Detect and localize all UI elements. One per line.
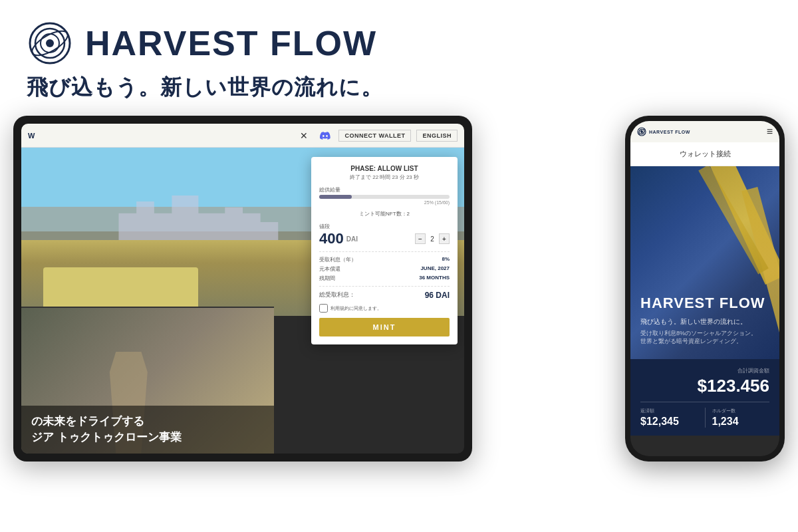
nft-count-label: ミント可能NFT数：2	[319, 210, 450, 217]
duration-value: 36 MONTHS	[419, 275, 450, 282]
vehicle-shape	[43, 267, 198, 313]
total-label: 総受取利息：	[319, 291, 355, 300]
svg-point-3	[46, 39, 54, 47]
tablet-navbar: W ✕ CONNECT WALLET ENGLISH	[21, 124, 464, 148]
supply-label: 総供給量	[319, 186, 450, 194]
agree-row: 利用規約に同意します。	[319, 304, 450, 313]
mint-countdown: 終了まで 22 時間 23 分 23 秒	[319, 174, 450, 181]
connect-wallet-button[interactable]: CONNECT WALLET	[338, 130, 411, 142]
total-fund-value: $123.456	[640, 376, 769, 396]
supply-percent: 25% (15/60)	[319, 200, 450, 205]
divider-2	[319, 286, 450, 287]
stats-bottom-row: 返済額 $12,345 ホルダー数 1,234	[640, 402, 769, 428]
phone-nav-brand: HARVEST FLOW	[637, 127, 690, 136]
divider-1	[319, 251, 450, 252]
maturity-value: JUNE, 2027	[420, 265, 450, 273]
brand-name: HARVEST FLOW	[85, 23, 377, 63]
wallet-bar[interactable]: ウォレット接続	[630, 142, 779, 166]
total-value: 96 DAI	[425, 291, 450, 300]
interest-label: 受取利息（年）	[319, 256, 356, 263]
discord-icon[interactable]	[317, 128, 333, 144]
total-fund-label: 合計調資金額	[640, 367, 769, 374]
phone-hero-desc: 受け取り利息8%のソーシャルアクション。世界と繋がる暗号資産レンディング。	[640, 329, 769, 346]
supply-progress-fill	[319, 195, 352, 199]
phone-hero-content: HARVEST FLOW 飛び込もう。新しい世界の流れに。 受け取り利息8%のソ…	[630, 288, 779, 352]
interest-value: 8%	[442, 256, 450, 263]
interest-row: 受取利息（年） 8%	[319, 256, 450, 263]
price-row: 400 DAI − 2 +	[319, 231, 450, 246]
brand-tagline: 飛び込もう。新しい世界の流れに。	[0, 73, 798, 116]
duration-row: 残期間 36 MONTHS	[319, 275, 450, 282]
agree-checkbox[interactable]	[319, 304, 328, 313]
phone-hero-title: HARVEST FLOW	[640, 295, 769, 312]
hamburger-icon[interactable]: ≡	[767, 126, 773, 138]
tablet-nav-brand: W	[28, 132, 35, 140]
header: HARVEST FLOW	[0, 0, 798, 73]
phone-screen: HARVEST FLOW ≡ ウォレット接続 HARVEST FLOW	[630, 121, 779, 456]
repay-col: 返済額 $12,345	[640, 408, 706, 428]
repay-value: $12,345	[640, 416, 698, 428]
phone-device: HARVEST FLOW ≡ ウォレット接続 HARVEST FLOW	[625, 116, 785, 462]
price-unit: DAI	[346, 235, 358, 243]
tablet-screen: W ✕ CONNECT WALLET ENGLISH	[21, 124, 464, 454]
english-button[interactable]: ENGLISH	[416, 130, 458, 142]
price-value: 400	[319, 231, 344, 246]
maturity-row: 元本償還 JUNE, 2027	[319, 265, 450, 273]
phone-brand-text: HARVEST FLOW	[649, 130, 690, 134]
quantity-controls: − 2 +	[415, 233, 450, 244]
total-row: 総受取利息： 96 DAI	[319, 291, 450, 300]
phone-hero: HARVEST FLOW 飛び込もう。新しい世界の流れに。 受け取り利息8%のソ…	[630, 166, 779, 359]
holders-col: ホルダー数 1,234	[706, 408, 770, 428]
duration-label: 残期間	[319, 275, 335, 282]
harvest-flow-logo-icon	[27, 20, 73, 66]
twitter-icon[interactable]: ✕	[296, 128, 312, 144]
supply-progress-bar	[319, 195, 450, 199]
phone-mockup: HARVEST FLOW ≡ ウォレット接続 HARVEST FLOW	[625, 116, 785, 488]
overlay-text-area: の未来をドライブするジア トゥクトゥクローン事業	[21, 406, 274, 454]
price-label: 値段	[319, 223, 450, 230]
holders-label: ホルダー数	[712, 408, 770, 414]
agree-label: 利用規約に同意します。	[331, 305, 382, 312]
qty-decrease-button[interactable]: −	[415, 233, 426, 244]
main-content: W ✕ CONNECT WALLET ENGLISH	[0, 116, 798, 488]
maturity-label: 元本償還	[319, 265, 340, 273]
holders-value: 1,234	[712, 416, 770, 428]
mint-button[interactable]: MINT	[319, 318, 450, 336]
svg-point-7	[640, 130, 643, 133]
mint-phase-title: PHASE: ALLOW LIST	[319, 165, 450, 172]
phone-hero-tagline: 飛び込もう。新しい世界の流れに。	[640, 317, 769, 327]
overlay-text: の未来をドライブするジア トゥクトゥクローン事業	[31, 414, 264, 446]
repay-label: 返済額	[640, 408, 698, 414]
tablet-mockup: W ✕ CONNECT WALLET ENGLISH	[13, 116, 612, 488]
phone-stats: 合計調資金額 $123.456 返済額 $12,345 ホルダー数 1,234	[630, 359, 779, 436]
qty-value: 2	[428, 235, 437, 243]
phone-logo-icon	[637, 127, 646, 136]
mint-card: PHASE: ALLOW LIST 終了まで 22 時間 23 分 23 秒 総…	[311, 157, 458, 344]
tablet-device: W ✕ CONNECT WALLET ENGLISH	[13, 116, 472, 462]
phone-navbar: HARVEST FLOW ≡	[630, 121, 779, 142]
qty-increase-button[interactable]: +	[439, 233, 450, 244]
